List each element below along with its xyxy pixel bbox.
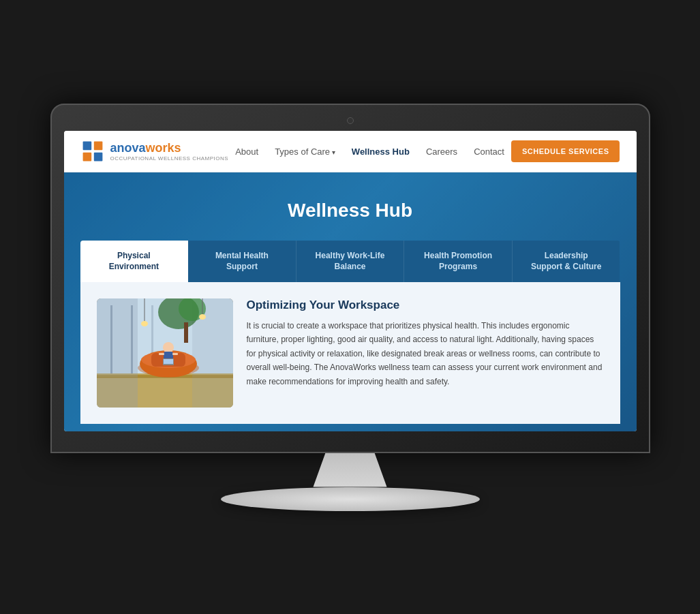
tab-work-life[interactable]: Healthy Work-LifeBalance <box>296 241 405 283</box>
svg-rect-22 <box>172 353 178 355</box>
content-text: Optimizing Your Workspace It is crucial … <box>247 298 604 388</box>
workspace-svg <box>97 298 233 408</box>
hero-title: Wellness Hub <box>80 200 620 221</box>
nav-item-wellness[interactable]: Wellness Hub <box>352 145 410 157</box>
nav-item-about[interactable]: About <box>235 145 258 157</box>
svg-rect-14 <box>184 322 188 343</box>
nav-link-careers[interactable]: Careers <box>426 147 457 157</box>
hero-section: Wellness Hub PhysicalEnvironment Mental … <box>64 172 637 431</box>
svg-rect-1 <box>93 141 102 150</box>
tab-physical-environment[interactable]: PhysicalEnvironment <box>80 241 189 283</box>
logo-icon <box>80 139 105 164</box>
logo-area: anovaworks occupational wellness champio… <box>80 139 229 164</box>
schedule-services-button[interactable]: SCHEDULE SERVICES <box>511 140 620 162</box>
nav-item-types[interactable]: Types of Care <box>275 145 335 157</box>
logo-anova: anova <box>110 141 146 155</box>
nav-item-contact[interactable]: Contact <box>474 145 504 157</box>
svg-rect-9 <box>110 305 112 373</box>
tab-mental-health[interactable]: Mental HealthSupport <box>188 241 296 283</box>
svg-rect-2 <box>82 152 91 161</box>
svg-rect-10 <box>131 305 133 373</box>
logo-subtitle: occupational wellness champions <box>110 155 229 162</box>
hero-content: Wellness Hub PhysicalEnvironment Mental … <box>80 200 620 425</box>
content-body: It is crucial to create a workspace that… <box>247 319 604 388</box>
content-heading: Optimizing Your Workspace <box>247 298 604 312</box>
monitor-base <box>221 487 480 511</box>
monitor-wrapper: anovaworks occupational wellness champio… <box>44 104 657 511</box>
svg-rect-29 <box>97 377 233 378</box>
nav-link-types[interactable]: Types of Care <box>275 147 335 157</box>
monitor-frame: anovaworks occupational wellness champio… <box>50 104 650 453</box>
tab-leadership[interactable]: LeadershipSupport & Culture <box>513 241 620 283</box>
svg-rect-0 <box>82 141 91 150</box>
svg-point-26 <box>141 321 148 326</box>
logo-works: works <box>146 141 181 155</box>
nav-links: About Types of Care Wellness Hub Careers… <box>235 145 504 157</box>
screen: anovaworks occupational wellness champio… <box>64 131 637 431</box>
svg-rect-21 <box>159 353 164 355</box>
svg-rect-24 <box>164 359 173 364</box>
camera-dot <box>347 117 354 124</box>
tabs-container: PhysicalEnvironment Mental HealthSupport… <box>80 241 620 283</box>
workspace-image <box>97 298 233 408</box>
tab-health-promotion[interactable]: Health PromotionPrograms <box>404 241 513 283</box>
svg-point-28 <box>199 314 206 320</box>
navbar: anovaworks occupational wellness champio… <box>64 131 637 172</box>
svg-point-19 <box>163 342 174 353</box>
nav-link-about[interactable]: About <box>235 147 258 157</box>
logo-text: anovaworks occupational wellness champio… <box>110 141 229 162</box>
svg-rect-3 <box>93 152 102 161</box>
content-panel: Optimizing Your Workspace It is crucial … <box>80 282 620 424</box>
nav-link-wellness[interactable]: Wellness Hub <box>352 147 410 157</box>
nav-item-careers[interactable]: Careers <box>426 145 457 157</box>
logo-brand: anovaworks <box>110 141 229 155</box>
monitor-neck <box>309 453 391 487</box>
nav-link-contact[interactable]: Contact <box>474 147 504 157</box>
